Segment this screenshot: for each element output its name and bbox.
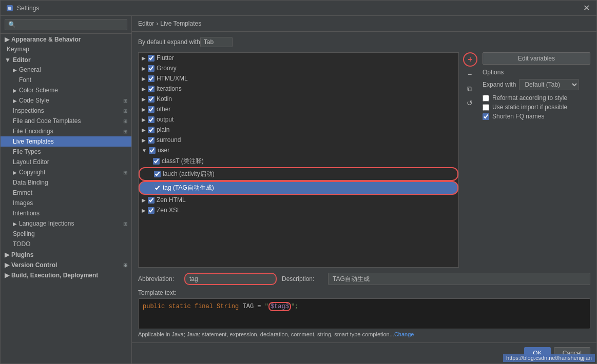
group-other[interactable]: ▶ other <box>139 104 458 114</box>
description-input[interactable] <box>328 273 590 285</box>
template-item-classT[interactable]: classT (类注释) <box>139 155 458 167</box>
external-icon: ⊞ <box>123 129 127 134</box>
sidebar-item-code-style[interactable]: ▶ Code Style ⊞ <box>1 95 131 106</box>
group-surround-checkbox[interactable] <box>148 137 155 144</box>
group-kotlin[interactable]: ▶ Kotlin <box>139 94 458 104</box>
panel-body: By default expand with Tab Enter Space <box>132 32 596 342</box>
group-user-checkbox[interactable] <box>149 147 156 154</box>
sidebar-item-label: Live Templates <box>13 138 54 145</box>
group-html-xml-checkbox[interactable] <box>148 75 155 82</box>
template-var: $tag$ <box>268 302 291 311</box>
group-flutter[interactable]: ▶ Flutter <box>139 53 458 63</box>
description-label: Description: <box>282 275 323 282</box>
sidebar-item-todo[interactable]: TODO <box>1 239 131 249</box>
copy-button[interactable]: ⧉ <box>463 82 476 95</box>
group-arrow: ▶ <box>142 127 146 133</box>
sidebar-item-language-injections[interactable]: ▶ Language Injections ⊞ <box>1 218 131 229</box>
templates-area: ▶ Flutter ▶ Groovy <box>138 52 590 268</box>
sidebar-item-plugins[interactable]: ▶ Plugins <box>1 249 131 259</box>
sidebar-item-label: Code Style <box>19 97 49 104</box>
group-output-checkbox[interactable] <box>148 116 155 123</box>
sidebar-item-layout-editor[interactable]: Layout Editor <box>1 157 131 167</box>
group-label: user <box>158 147 169 154</box>
sidebar-item-label: File and Code Templates <box>13 117 81 125</box>
sidebar-item-emmet[interactable]: Emmet <box>1 188 131 198</box>
sidebar-item-label: Emmet <box>13 189 32 196</box>
static-import-checkbox[interactable] <box>483 104 489 111</box>
sidebar-item-file-code-templates[interactable]: File and Code Templates ⊞ <box>1 116 131 126</box>
reset-button[interactable]: ↺ <box>463 96 476 110</box>
group-html-xml[interactable]: ▶ HTML/XML <box>139 73 458 84</box>
sidebar-item-version-control[interactable]: ▶ Version Control ⊞ <box>1 259 131 270</box>
expand-with-row: Expand with Default (Tab) Tab Enter Spac… <box>483 79 590 90</box>
expand-arrow: ▼ <box>5 56 11 64</box>
group-groovy[interactable]: ▶ Groovy <box>139 63 458 73</box>
template-text-area[interactable]: public static final String TAG = "$tag$"… <box>138 298 590 329</box>
sidebar-item-appearance[interactable]: ▶ Appearance & Behavior <box>1 34 131 44</box>
group-other-checkbox[interactable] <box>148 106 155 113</box>
shorten-fq-checkbox[interactable] <box>483 113 489 120</box>
external-icon: ⊞ <box>123 98 127 104</box>
sidebar-item-color-scheme[interactable]: ▶ Color Scheme <box>1 85 131 95</box>
group-flutter-checkbox[interactable] <box>148 55 155 62</box>
static-import-row: Use static import if possible <box>483 104 590 111</box>
group-zen-xsl[interactable]: ▶ Zen XSL <box>139 205 458 215</box>
group-plain-checkbox[interactable] <box>148 127 155 133</box>
abbreviation-input[interactable] <box>184 273 277 285</box>
group-groovy-checkbox[interactable] <box>148 65 155 72</box>
remove-button[interactable]: − <box>463 68 476 81</box>
template-label: lauch (activity启动) <box>163 170 215 178</box>
sidebar-item-keymap[interactable]: Keymap <box>1 44 131 54</box>
group-zen-html[interactable]: ▶ Zen HTML <box>139 195 458 205</box>
applicable-change-link[interactable]: Change <box>394 331 414 337</box>
group-surround[interactable]: ▶ surround <box>139 135 458 145</box>
sidebar-item-file-types[interactable]: File Types <box>1 147 131 157</box>
expand-with-select[interactable]: Default (Tab) Tab Enter Space <box>519 79 579 90</box>
sidebar-item-label: Plugins <box>11 251 33 258</box>
reformat-label: Reformat according to style <box>492 94 567 102</box>
sidebar-item-copyright[interactable]: ▶ Copyright ⊞ <box>1 167 131 177</box>
template-item-tag[interactable]: tag (TAG自动生成) <box>139 181 458 195</box>
group-label: plain <box>157 126 169 133</box>
sidebar-item-editor[interactable]: ▼ Editor <box>1 54 131 65</box>
sidebar-item-build-execution[interactable]: ▶ Build, Execution, Deployment <box>1 270 131 280</box>
add-button[interactable]: + <box>463 52 477 67</box>
sidebar-item-inspections[interactable]: Inspections ⊞ <box>1 106 131 116</box>
external-icon: ⊞ <box>123 262 127 268</box>
group-label: output <box>157 116 174 123</box>
sidebar-item-spelling[interactable]: Spelling <box>1 229 131 239</box>
sidebar-item-file-encodings[interactable]: File Encodings ⊞ <box>1 126 131 136</box>
sidebar-item-font[interactable]: Font <box>1 75 131 85</box>
template-tag-checkbox[interactable] <box>154 185 161 191</box>
group-zen-html-checkbox[interactable] <box>148 197 155 204</box>
sidebar-item-intentions[interactable]: Intentions <box>1 208 131 218</box>
group-iterations[interactable]: ▶ iterations <box>139 84 458 94</box>
sidebar-scroll: ▶ Appearance & Behavior Keymap ▼ Editor … <box>1 34 131 363</box>
group-label: Zen HTML <box>157 196 186 204</box>
group-arrow: ▶ <box>142 86 146 92</box>
group-iterations-checkbox[interactable] <box>148 86 155 92</box>
template-classT-checkbox[interactable] <box>153 158 160 165</box>
reformat-checkbox[interactable] <box>483 95 489 102</box>
group-zen-xsl-checkbox[interactable] <box>148 207 155 214</box>
template-lauch-checkbox[interactable] <box>154 171 161 177</box>
sidebar-item-general[interactable]: ▶ General <box>1 65 131 75</box>
sidebar-item-images[interactable]: Images <box>1 198 131 208</box>
group-plain[interactable]: ▶ plain <box>139 125 458 135</box>
group-output[interactable]: ▶ output <box>139 114 458 125</box>
group-arrow: ▶ <box>142 76 146 82</box>
expand-select[interactable]: Tab Enter Space <box>200 37 233 47</box>
edit-variables-button[interactable]: Edit variables <box>483 52 590 65</box>
template-label: classT (类注释) <box>162 157 204 166</box>
sidebar-item-label: Font <box>19 76 31 84</box>
sidebar-item-data-binding[interactable]: Data Binding <box>1 177 131 188</box>
sidebar-item-label: Appearance & Behavior <box>11 36 81 43</box>
group-user[interactable]: ▼ user <box>139 145 458 155</box>
close-button[interactable]: ✕ <box>581 3 591 13</box>
sidebar-item-live-templates[interactable]: Live Templates <box>1 136 131 147</box>
group-kotlin-checkbox[interactable] <box>148 96 155 103</box>
template-item-lauch[interactable]: lauch (activity启动) <box>139 167 458 181</box>
search-input[interactable] <box>5 19 127 30</box>
template-code: public static final String TAG = "$tag$"… <box>143 302 298 311</box>
settings-window: Settings ✕ ▶ Appearance & Behavior Keyma… <box>0 0 597 364</box>
